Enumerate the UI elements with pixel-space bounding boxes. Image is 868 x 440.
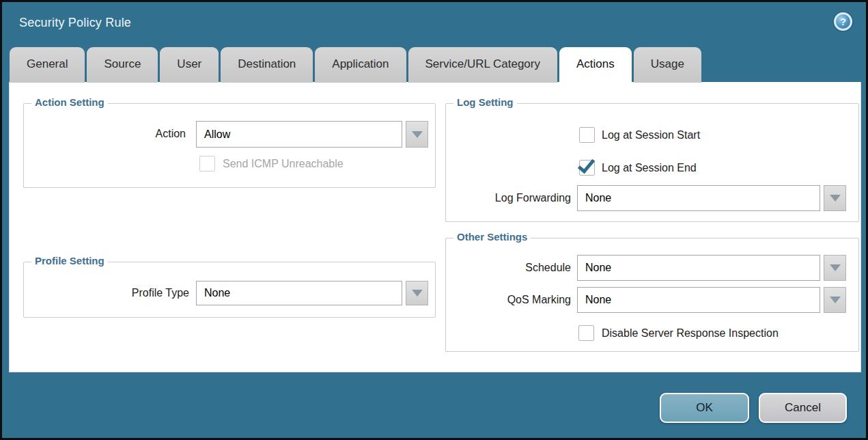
other-settings-title: Other Settings bbox=[453, 231, 531, 243]
log-setting-title: Log Setting bbox=[453, 96, 517, 108]
tab-content-panel: Action Setting Action Allow Send ICMP Un… bbox=[9, 82, 861, 372]
chevron-down-icon bbox=[412, 131, 423, 138]
chevron-down-icon bbox=[830, 297, 841, 303]
qos-marking-label: QoS Marking bbox=[419, 292, 571, 308]
action-dropdown[interactable]: Allow bbox=[196, 121, 402, 148]
schedule-label: Schedule bbox=[419, 260, 571, 276]
tab-general[interactable]: General bbox=[10, 47, 85, 83]
dialog-title: Security Policy Rule bbox=[19, 16, 131, 30]
log-session-end-checkbox[interactable] bbox=[579, 160, 595, 176]
log-session-start-label: Log at Session Start bbox=[602, 127, 700, 143]
cancel-button[interactable]: Cancel bbox=[759, 393, 847, 423]
tab-source[interactable]: Source bbox=[87, 47, 158, 83]
disable-server-response-inspection-label: Disable Server Response Inspection bbox=[602, 325, 779, 341]
tab-actions[interactable]: Actions bbox=[559, 47, 632, 83]
help-icon[interactable]: ? bbox=[834, 12, 852, 31]
profile-setting-title: Profile Setting bbox=[31, 255, 108, 266]
log-forwarding-dropdown[interactable]: None bbox=[577, 185, 820, 211]
qos-marking-dropdown[interactable]: None bbox=[577, 287, 820, 313]
log-session-start-checkbox[interactable] bbox=[579, 127, 595, 143]
tab-service-url-category[interactable]: Service/URL Category bbox=[408, 47, 558, 83]
ok-button[interactable]: OK bbox=[660, 393, 749, 423]
send-icmp-unreachable-checkbox[interactable] bbox=[199, 156, 215, 171]
log-session-end-label: Log at Session End bbox=[602, 160, 697, 176]
action-setting-title: Action Setting bbox=[31, 96, 108, 108]
schedule-dropdown-value: None bbox=[585, 262, 611, 274]
chevron-down-icon bbox=[830, 264, 841, 271]
security-policy-rule-dialog: Security Policy Rule ? GeneralSourceUser… bbox=[0, 0, 868, 440]
profile-type-dropdown[interactable]: None bbox=[196, 281, 402, 305]
profile-type-dropdown-value: None bbox=[204, 287, 230, 299]
log-forwarding-label: Log Forwarding bbox=[419, 190, 571, 206]
schedule-dropdown[interactable]: None bbox=[577, 255, 820, 281]
tab-bar: GeneralSourceUserDestinationApplicationS… bbox=[10, 47, 703, 83]
qos-marking-dropdown-button[interactable] bbox=[824, 287, 846, 313]
send-icmp-unreachable-label: Send ICMP Unreachable bbox=[223, 156, 344, 171]
qos-marking-dropdown-value: None bbox=[585, 294, 611, 306]
tab-usage[interactable]: Usage bbox=[634, 47, 701, 83]
tab-application[interactable]: Application bbox=[315, 47, 406, 83]
chevron-down-icon bbox=[830, 195, 841, 202]
log-forwarding-dropdown-button[interactable] bbox=[824, 185, 846, 211]
log-forwarding-dropdown-value: None bbox=[585, 192, 611, 204]
tab-destination[interactable]: Destination bbox=[221, 47, 313, 83]
profile-type-label: Profile Type bbox=[10, 285, 189, 301]
action-dropdown-value: Allow bbox=[204, 128, 230, 141]
disable-server-response-inspection-checkbox[interactable] bbox=[578, 325, 594, 341]
schedule-dropdown-button[interactable] bbox=[824, 255, 846, 281]
action-label: Action bbox=[10, 126, 186, 142]
tab-user[interactable]: User bbox=[160, 47, 219, 83]
action-dropdown-button[interactable] bbox=[406, 121, 428, 148]
